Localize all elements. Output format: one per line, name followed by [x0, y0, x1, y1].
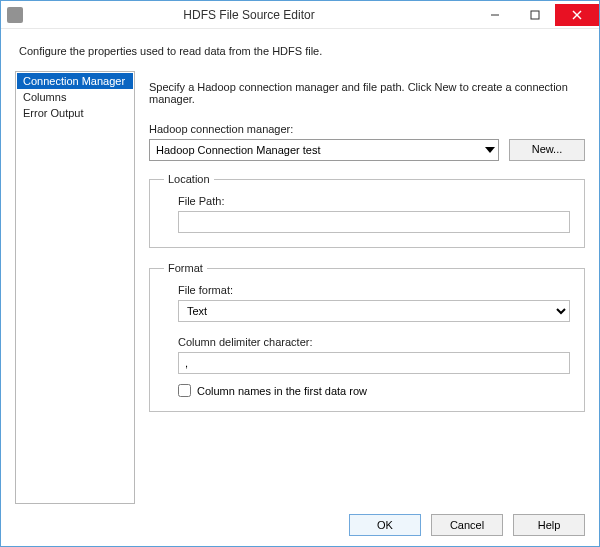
dialog-body: Configure the properties used to read da…	[1, 29, 599, 546]
format-group: Format File format: Text Column delimite…	[149, 262, 585, 412]
location-legend: Location	[164, 173, 214, 185]
new-button[interactable]: New...	[509, 139, 585, 161]
dialog-description: Configure the properties used to read da…	[19, 45, 585, 57]
delimiter-input[interactable]	[178, 352, 570, 374]
sidebar-item-columns[interactable]: Columns	[17, 89, 133, 105]
window-title: HDFS File Source Editor	[23, 8, 475, 22]
sidebar-item-label: Columns	[23, 91, 66, 103]
sidebar-item-error-output[interactable]: Error Output	[17, 105, 133, 121]
sidebar-item-connection-manager[interactable]: Connection Manager	[17, 73, 133, 89]
sidebar-item-label: Error Output	[23, 107, 84, 119]
window-controls	[475, 4, 599, 26]
sidebar-item-label: Connection Manager	[23, 75, 125, 87]
close-button[interactable]	[555, 4, 599, 26]
minimize-icon	[490, 10, 500, 20]
firstrow-checkbox[interactable]	[178, 384, 191, 397]
filepath-input[interactable]	[178, 211, 570, 233]
chevron-down-icon	[485, 147, 495, 153]
main-panel: Specify a Hadoop connection manager and …	[149, 71, 585, 504]
fileformat-label: File format:	[178, 284, 570, 296]
cancel-button[interactable]: Cancel	[431, 514, 503, 536]
titlebar: HDFS File Source Editor	[1, 1, 599, 29]
svg-rect-1	[531, 11, 539, 19]
ok-button[interactable]: OK	[349, 514, 421, 536]
format-legend: Format	[164, 262, 207, 274]
firstrow-label: Column names in the first data row	[197, 385, 367, 397]
conn-manager-dropdown[interactable]: Hadoop Connection Manager test	[149, 139, 499, 161]
dialog-button-bar: OK Cancel Help	[15, 504, 585, 536]
dialog-window: HDFS File Source Editor Configure the pr…	[0, 0, 600, 547]
body-columns: Connection Manager Columns Error Output …	[15, 71, 585, 504]
filepath-label: File Path:	[178, 195, 570, 207]
fileformat-select[interactable]: Text	[178, 300, 570, 322]
help-button[interactable]: Help	[513, 514, 585, 536]
close-icon	[572, 10, 582, 20]
sidebar: Connection Manager Columns Error Output	[15, 71, 135, 504]
delimiter-label: Column delimiter character:	[178, 336, 570, 348]
location-group: Location File Path:	[149, 173, 585, 248]
maximize-icon	[530, 10, 540, 20]
firstrow-checkbox-row[interactable]: Column names in the first data row	[178, 384, 570, 397]
maximize-button[interactable]	[515, 4, 555, 26]
conn-manager-value: Hadoop Connection Manager test	[156, 144, 321, 156]
panel-instruction: Specify a Hadoop connection manager and …	[149, 81, 585, 105]
app-icon	[7, 7, 23, 23]
conn-manager-label: Hadoop connection manager:	[149, 123, 585, 135]
minimize-button[interactable]	[475, 4, 515, 26]
